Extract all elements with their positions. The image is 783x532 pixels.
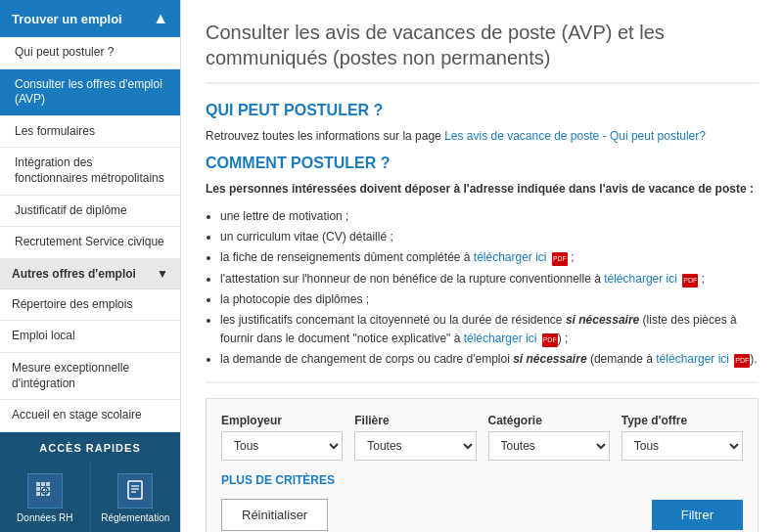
main-content: Consulter les avis de vacances de poste … bbox=[181, 0, 783, 532]
list-item: une lettre de motivation ; bbox=[220, 207, 759, 226]
donnees-rh-icon bbox=[27, 473, 63, 509]
svg-rect-10 bbox=[128, 481, 142, 499]
employeur-select[interactable]: Tous bbox=[221, 431, 343, 461]
acces-rapides-header: ACCÈS RAPIDES bbox=[0, 432, 180, 464]
acces-rapides-icons: Données RH Réglementation bbox=[0, 464, 180, 532]
telecharger-notice-link[interactable]: télécharger ici bbox=[464, 332, 537, 345]
section1-link[interactable]: Les avis de vacance de poste - Qui peut … bbox=[444, 129, 706, 143]
pdf-icon: PDF bbox=[552, 252, 568, 266]
sidebar-autres-offres[interactable]: Autres offres d'emploi ▼ bbox=[0, 259, 180, 289]
filiere-select[interactable]: Toutes bbox=[354, 431, 476, 461]
sidebar-item-repertoire[interactable]: Répertoire des emplois bbox=[0, 289, 180, 322]
list-item: un curriculum vitae (CV) détaillé ; bbox=[220, 228, 759, 246]
filter-categorie: Catégorie Toutes bbox=[488, 414, 610, 461]
chevron-up-icon: ▲ bbox=[153, 10, 168, 27]
acces-rapides-label: ACCÈS RAPIDES bbox=[39, 442, 140, 454]
reinitialiser-button[interactable]: Réinitialiser bbox=[221, 499, 328, 531]
sidebar-item-mesure[interactable]: Mesure exceptionnelle d'intégration bbox=[0, 353, 180, 400]
sidebar-item-consulter-offres[interactable]: Consulter les offres d'emploi (AVP) bbox=[0, 69, 180, 116]
sidebar-item-formulaires[interactable]: Les formulaires bbox=[0, 116, 180, 149]
filter-filiere: Filière Toutes bbox=[354, 414, 476, 461]
chevron-down-icon: ▼ bbox=[157, 267, 168, 281]
list-item: la demande de changement de corps ou cad… bbox=[220, 350, 759, 369]
list-item: la photocopie des diplômes ; bbox=[220, 290, 759, 309]
svg-rect-0 bbox=[36, 482, 40, 486]
sidebar-item-qui-peut-postuler[interactable]: Qui peut postuler ? bbox=[0, 37, 180, 69]
sidebar-donnees-rh[interactable]: Données RH bbox=[0, 464, 91, 532]
sidebar-item-integration[interactable]: Intégration des fonctionnaires métropoli… bbox=[0, 148, 180, 195]
plus-criteres-link[interactable]: PLUS DE CRITÈRES bbox=[221, 473, 335, 487]
list-item: la fiche de renseignements dûment complé… bbox=[220, 248, 759, 267]
reglementation-label: Réglementation bbox=[101, 512, 169, 523]
pdf-icon: PDF bbox=[682, 274, 698, 288]
section1-text: Retrouvez toutes les informations sur la… bbox=[206, 127, 759, 145]
telecharger-attestation-link[interactable]: télécharger ici bbox=[604, 272, 677, 286]
list-item: l'attestation sur l'honneur de non bénéf… bbox=[220, 270, 759, 288]
divider bbox=[206, 381, 759, 383]
filter-buttons: Réinitialiser Filtrer bbox=[221, 499, 743, 531]
sidebar-item-emploi-local[interactable]: Emploi local bbox=[0, 321, 180, 353]
filter-employeur: Employeur Tous bbox=[221, 414, 343, 461]
svg-rect-6 bbox=[36, 492, 40, 496]
sidebar-item-accueil-stage[interactable]: Accueil en stage scolaire bbox=[0, 400, 180, 432]
telecharger-demande-link[interactable]: télécharger ici bbox=[656, 352, 729, 366]
sidebar-autres-offres-label: Autres offres d'emploi bbox=[12, 267, 136, 281]
filiere-label: Filière bbox=[354, 414, 476, 427]
svg-rect-1 bbox=[41, 482, 45, 486]
list-item: les justificatifs concernant la citoyenn… bbox=[220, 311, 759, 348]
sidebar-item-justificatif[interactable]: Justificatif de diplôme bbox=[0, 196, 180, 228]
type-offre-label: Type d'offre bbox=[622, 414, 743, 427]
bullet-list: une lettre de motivation ; un curriculum… bbox=[220, 207, 759, 370]
filter-row: Employeur Tous Filière Toutes Catégorie … bbox=[221, 414, 743, 461]
svg-rect-3 bbox=[36, 487, 40, 491]
svg-rect-2 bbox=[46, 482, 50, 486]
employeur-label: Employeur bbox=[221, 414, 343, 427]
filtrer-button[interactable]: Filtrer bbox=[652, 500, 743, 530]
sidebar: Trouver un emploi ▲ Qui peut postuler ? … bbox=[0, 0, 181, 532]
sidebar-reglementation[interactable]: Réglementation bbox=[91, 464, 181, 532]
sidebar-item-recrutement[interactable]: Recrutement Service civique bbox=[0, 227, 180, 259]
pdf-icon: PDF bbox=[542, 333, 558, 347]
sidebar-main-menu-label: Trouver un emploi bbox=[12, 12, 122, 26]
pdf-icon: PDF bbox=[734, 354, 750, 368]
categorie-label: Catégorie bbox=[488, 414, 610, 427]
type-offre-select[interactable]: Tous bbox=[622, 431, 743, 461]
categorie-select[interactable]: Toutes bbox=[488, 431, 610, 461]
page-title: Consulter les avis de vacances de poste … bbox=[206, 20, 759, 84]
section2-title: COMMENT POSTULER ? bbox=[206, 155, 759, 172]
filter-type-offre: Type d'offre Tous bbox=[622, 414, 743, 461]
section1-title: QUI PEUT POSTULER ? bbox=[206, 102, 759, 119]
section2-bold: Les personnes intéressées doivent dépose… bbox=[206, 180, 759, 198]
reglementation-icon bbox=[117, 473, 153, 509]
filter-section: Employeur Tous Filière Toutes Catégorie … bbox=[206, 398, 759, 533]
sidebar-main-menu[interactable]: Trouver un emploi ▲ bbox=[0, 0, 180, 37]
telecharger-fiche-link[interactable]: télécharger ici bbox=[474, 250, 547, 264]
donnees-rh-label: Données RH bbox=[17, 512, 72, 523]
